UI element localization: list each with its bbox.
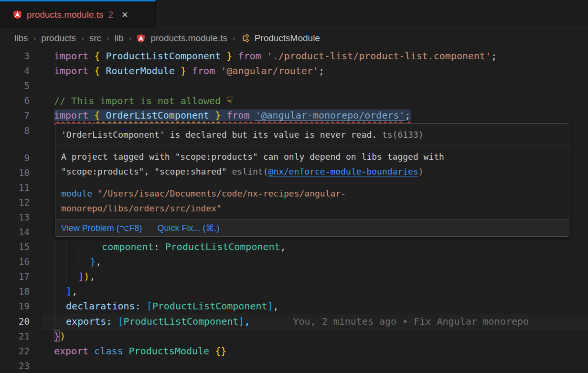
breadcrumb-item-src[interactable]: src (89, 33, 101, 44)
code-token: ProductsModule (129, 345, 215, 357)
indent-guide (66, 269, 78, 284)
code-token: , (89, 271, 95, 282)
breadcrumb-separator: › (129, 33, 132, 43)
code-token: './product-list/product-list.component' (267, 50, 492, 62)
indent-guide (66, 240, 78, 254)
code-line-15[interactable]: 15component: ProductListComponent, (0, 240, 588, 254)
code-line-4[interactable]: 4import { RouterModule } from '@angular/… (0, 64, 588, 78)
hover-actions: View Problem (⌥F8)Quick Fix... (⌘.) (55, 219, 569, 236)
hover-rows: 'OrderListComponent' is declared but its… (55, 124, 569, 219)
code-token: { (94, 65, 106, 77)
code-token: ProductListComponent (124, 316, 239, 327)
code-line-3[interactable]: 3import { ProductListComponent } from '.… (0, 49, 588, 64)
code-token: , (72, 285, 77, 297)
line-number: 19 (0, 299, 30, 314)
eslint-rule-link[interactable]: @nx/enforce-module-boundaries (268, 166, 418, 176)
code-line-21[interactable]: 21}) (0, 329, 588, 344)
code-line-20[interactable]: 20exports: [ProductListComponent],You, 2… (0, 314, 588, 329)
line-number: 12 (0, 195, 30, 210)
code-token: , (244, 316, 250, 327)
hover-message-row: A project tagged with "scope:products" c… (55, 145, 569, 182)
hover-message-row: module "/Users/isaac/Documents/code/nx-r… (55, 182, 569, 219)
quick-fix-link[interactable]: Quick Fix... (⌘.) (157, 223, 219, 233)
breadcrumb-separator: › (107, 33, 109, 43)
breadcrumb-item-libs[interactable]: libs (14, 33, 28, 44)
code-token: class (94, 345, 128, 357)
code-token: ☟ (226, 95, 233, 107)
line-number: 13 (0, 210, 30, 225)
breadcrumb-item-products[interactable]: products (41, 33, 76, 44)
line-number: 4 (0, 64, 30, 78)
tab-products-module-ts[interactable]: products.module.ts 2 × (0, 0, 156, 28)
code-token: ; (319, 65, 324, 77)
code-line-6[interactable]: 6// This import is not allowed ☟ (0, 93, 588, 108)
indent-guide (78, 240, 90, 254)
breadcrumb-separator: › (81, 33, 84, 43)
code-line-19[interactable]: 19declarations: [ProductListComponent], (0, 299, 588, 314)
code-token: } (175, 65, 186, 77)
line-number: 17 (0, 269, 30, 284)
git-blame-annotation: You, 2 minutes ago • Fix Angular monorep… (293, 316, 529, 327)
code-line-22[interactable]: 22export class ProductsModule {} (0, 344, 588, 359)
code-token: ProductListComponent (106, 50, 221, 62)
tab-problems-badge: 2 (108, 10, 114, 20)
code-line-23[interactable]: 23 (0, 359, 588, 373)
line-number: 8 (0, 123, 30, 138)
indent-guide (54, 254, 66, 269)
code-token: ] (238, 316, 244, 327)
code-token: declarations: (66, 300, 141, 312)
close-icon[interactable]: × (122, 10, 128, 20)
breadcrumb-item-lib[interactable]: lib (115, 33, 124, 44)
code-line-7[interactable]: 7import { OrderListComponent } from '@an… (0, 108, 588, 123)
problem-hover-popup: 'OrderListComponent' is declared but its… (55, 123, 569, 237)
breadcrumb-item-file[interactable]: products.module.ts (150, 33, 227, 44)
class-symbol-icon (241, 34, 249, 43)
hover-text: monorepo/libs/orders/src/index" (61, 203, 222, 213)
code-token: ProductListComponent (165, 241, 280, 252)
code-token: ) (84, 271, 89, 282)
line-number: 11 (0, 180, 30, 195)
view-problem-link[interactable]: View Problem (⌥F8) (61, 223, 142, 233)
code-token: { (94, 110, 106, 121)
angular-file-icon (13, 10, 22, 19)
code-token: , (280, 241, 286, 252)
hover-text: "scope:products", "scope:shared" (61, 166, 232, 176)
code-token: ] (78, 271, 84, 282)
hover-message-row: 'OrderListComponent' is declared but its… (55, 124, 569, 145)
code-token: { (94, 50, 106, 62)
code-token: ] (267, 300, 273, 312)
code-token: } (221, 50, 232, 62)
code-token (141, 300, 147, 312)
vscode-editor-window: products.module.ts 2 × libs › products ›… (0, 0, 588, 373)
error-highlight-range: import { OrderListComponent } from '@ang… (54, 110, 411, 121)
line-number: 7 (0, 108, 30, 123)
code-token: component (102, 241, 153, 252)
code-token: import (54, 50, 94, 62)
code-token: ) (60, 330, 65, 342)
hover-text: module (61, 188, 97, 198)
line-number: 3 (0, 49, 30, 64)
code-token: from (232, 50, 267, 62)
hover-text: A project tagged with "scope:products" c… (61, 152, 444, 162)
breadcrumb-item-symbol[interactable]: ProductsModule (255, 33, 320, 44)
line-number: 21 (0, 329, 30, 344)
code-line-16[interactable]: 16}, (0, 254, 588, 269)
code-line-5[interactable]: 5 (0, 78, 588, 93)
code-token: import (54, 65, 94, 77)
line-number: 6 (0, 93, 30, 108)
indent-guide (54, 314, 66, 329)
code-token: from (221, 110, 255, 121)
code-token: from (186, 65, 221, 77)
code-token: } (209, 110, 221, 121)
line-number: 15 (0, 240, 30, 254)
indent-guide (78, 254, 90, 269)
indent-guide (90, 240, 102, 254)
code-line-18[interactable]: 18], (0, 284, 588, 299)
line-number: 10 (0, 165, 30, 180)
code-token: '@angular/router' (221, 65, 319, 77)
code-token: RouterModule (106, 65, 175, 77)
code-token: [ (118, 316, 123, 327)
code-line-17[interactable]: 17]), (0, 269, 588, 284)
indent-guide (54, 240, 66, 254)
code-token: // This import is not allowed (54, 95, 226, 107)
